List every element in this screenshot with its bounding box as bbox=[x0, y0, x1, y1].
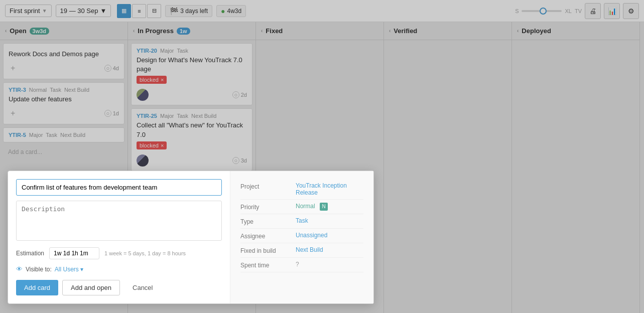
prop-row-project: Project YouTrack Inception Release bbox=[240, 179, 363, 200]
prop-row-priority: Priority Normal N bbox=[240, 200, 363, 214]
estimation-input[interactable] bbox=[49, 247, 99, 259]
dialog-actions: Add card Add and open Cancel bbox=[16, 280, 222, 295]
prop-project-value[interactable]: YouTrack Inception Release bbox=[296, 182, 363, 196]
prop-fixed-build-label: Fixed in build bbox=[240, 246, 291, 254]
cancel-button[interactable]: Cancel bbox=[124, 280, 161, 295]
add-card-dialog: Estimation 1 week = 5 days, 1 day = 8 ho… bbox=[8, 171, 374, 304]
prop-spent-time-label: Spent time bbox=[240, 261, 291, 269]
dialog-left-panel: Estimation 1 week = 5 days, 1 day = 8 ho… bbox=[8, 171, 230, 303]
prop-row-assignee: Assignee Unassigned bbox=[240, 229, 363, 243]
card-title-input[interactable] bbox=[16, 179, 222, 196]
prop-assignee-value[interactable]: Unassigned bbox=[296, 232, 363, 239]
prop-fixed-build-value[interactable]: Next Build bbox=[296, 246, 363, 253]
visibility-value-link[interactable]: All Users ▾ bbox=[55, 266, 83, 273]
visibility-chevron: ▾ bbox=[80, 266, 83, 273]
add-card-button[interactable]: Add card bbox=[16, 280, 58, 295]
priority-text: Normal bbox=[296, 203, 315, 210]
estimation-note: 1 week = 5 days, 1 day = 8 hours bbox=[104, 250, 186, 256]
dialog-inner: Estimation 1 week = 5 days, 1 day = 8 ho… bbox=[8, 171, 373, 303]
estimation-label: Estimation bbox=[16, 250, 44, 257]
visibility-row: 👁 Visible to: All Users ▾ bbox=[16, 265, 222, 273]
prop-row-spent-time: Spent time ? bbox=[240, 258, 363, 272]
prop-assignee-label: Assignee bbox=[240, 232, 291, 240]
prop-row-fixed-build: Fixed in build Next Build bbox=[240, 243, 363, 258]
prop-spent-time-value: ? bbox=[296, 261, 299, 268]
prop-priority-label: Priority bbox=[240, 203, 291, 211]
prop-type-label: Type bbox=[240, 217, 291, 225]
visibility-label: Visible to: bbox=[26, 266, 52, 273]
priority-indicator: N bbox=[320, 203, 328, 211]
eye-icon: 👁 bbox=[16, 265, 23, 273]
dialog-overlay: Estimation 1 week = 5 days, 1 day = 8 ho… bbox=[0, 0, 644, 313]
estimation-row: Estimation 1 week = 5 days, 1 day = 8 ho… bbox=[16, 247, 222, 259]
prop-row-type: Type Task bbox=[240, 214, 363, 229]
prop-type-value[interactable]: Task bbox=[296, 217, 363, 224]
visibility-value: All Users bbox=[55, 266, 79, 273]
prop-project-label: Project bbox=[240, 182, 291, 190]
prop-priority-value[interactable]: Normal N bbox=[296, 203, 328, 211]
dialog-right-panel: Project YouTrack Inception Release Prior… bbox=[230, 171, 373, 303]
add-and-open-button[interactable]: Add and open bbox=[62, 280, 120, 295]
card-description-input[interactable] bbox=[16, 201, 222, 241]
